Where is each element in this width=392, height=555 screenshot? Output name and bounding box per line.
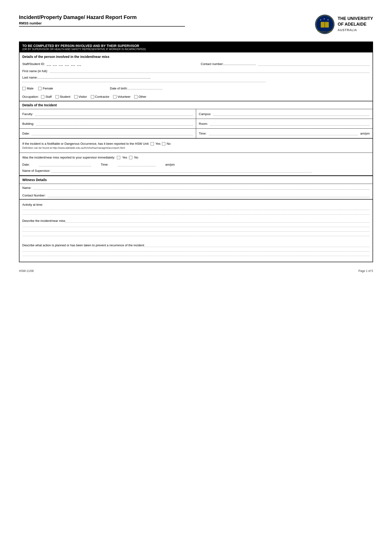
female-checkbox-item: Female bbox=[38, 87, 53, 90]
building-room-row: Building: Room: bbox=[20, 119, 372, 129]
dob-label: Date of birth:……………………………. bbox=[110, 87, 163, 90]
first-name-row: First name (in full): bbox=[20, 68, 372, 74]
activity-line2 bbox=[22, 214, 370, 214]
uni-country: AUSTRALIA bbox=[338, 28, 357, 32]
describe-label: Describe the incident/near miss bbox=[22, 219, 65, 223]
female-label: Female bbox=[43, 87, 53, 90]
describe-dots bbox=[65, 219, 370, 223]
visitor-checkbox[interactable] bbox=[74, 95, 78, 98]
staff-id-value: __ __ __ __ __ __ bbox=[47, 62, 82, 66]
witness-name-value bbox=[33, 186, 370, 190]
sup-time-label: Time: bbox=[101, 163, 108, 166]
building-label: Building: bbox=[22, 122, 34, 125]
male-checkbox[interactable] bbox=[22, 87, 26, 90]
last-name-label: Last name:..............................… bbox=[22, 76, 150, 79]
footer-left: HSW-11/08 bbox=[19, 269, 34, 273]
form-title: Incident/Property Damage/ Hazard Report … bbox=[19, 14, 185, 20]
hsw-yes-label: Yes bbox=[155, 142, 160, 146]
sup-yes-checkbox[interactable] bbox=[117, 156, 120, 159]
witness-contact-label: Contact Number: bbox=[22, 194, 46, 197]
hsw-yes-checkbox[interactable] bbox=[150, 142, 154, 146]
svg-text:★: ★ bbox=[323, 18, 325, 20]
describe-line3 bbox=[22, 231, 370, 232]
sup-no-checkbox[interactable] bbox=[129, 156, 132, 159]
staff-id-field: Staff/Student ID: __ __ __ __ __ __ bbox=[22, 62, 191, 66]
activity-section: Activity at time: Describe the incident/… bbox=[20, 199, 372, 262]
occ-other-label: Other bbox=[138, 95, 146, 98]
date-time-row: Date: Time: am/pm bbox=[20, 129, 372, 138]
female-checkbox[interactable] bbox=[38, 87, 42, 90]
banner-header: TO BE COMPLETED BY PERSON INVOLVED AND B… bbox=[20, 42, 372, 52]
witness-section: Witness Details Name: Contact Number: bbox=[20, 175, 372, 199]
sup-yes-label: Yes bbox=[122, 156, 127, 159]
describe-line4 bbox=[22, 236, 370, 236]
header-right: ★ ★ ★ SUB CRUCE LUMEN THE UNIVERSITY OF … bbox=[315, 14, 373, 34]
time-cell: Time: am/pm bbox=[196, 129, 373, 138]
campus-label: Campus: bbox=[199, 112, 211, 116]
activity-line1 bbox=[22, 210, 370, 210]
faculty-cell: Faculty: bbox=[20, 109, 196, 119]
room-label: Room: bbox=[199, 122, 208, 125]
last-name-row: Last name:..............................… bbox=[20, 74, 372, 84]
faculty-label: Faculty: bbox=[22, 112, 33, 116]
incident-section: Details of the Incident Faculty: Campus:… bbox=[20, 101, 372, 138]
date-label: Date: bbox=[22, 132, 30, 135]
witness-contact-row: Contact Number: bbox=[20, 191, 372, 199]
page-footer: HSW-11/08 Page 1 of 5 bbox=[19, 269, 373, 273]
occ-volunteer-label: Volunteer bbox=[117, 95, 130, 98]
person-details-heading: Details of the person involved in the in… bbox=[20, 52, 372, 60]
university-logo: ★ ★ ★ SUB CRUCE LUMEN bbox=[315, 14, 335, 34]
occ-contractor-label: Contractor bbox=[95, 95, 110, 98]
staff-checkbox[interactable] bbox=[41, 95, 44, 98]
occ-visitor-item: Visitor bbox=[74, 95, 87, 98]
describe-line2 bbox=[22, 227, 370, 227]
footer-right: Page 1 of 5 bbox=[359, 269, 373, 273]
sup-name-row: Name of Supervisor: bbox=[22, 167, 370, 174]
supervisor-section: Was the incident/near miss reported to y… bbox=[20, 153, 372, 175]
uni-name-line1: THE UNIVERSITY bbox=[338, 16, 373, 21]
occ-staff-item: Staff bbox=[41, 95, 52, 98]
time-value bbox=[209, 131, 358, 135]
activity-at-time-label: Activity at time: bbox=[22, 203, 370, 206]
occ-contractor-item: Contractor bbox=[91, 95, 110, 98]
room-cell: Room: bbox=[196, 119, 373, 128]
building-cell: Building: bbox=[20, 119, 196, 128]
action-line3 bbox=[22, 256, 370, 256]
occ-volunteer-item: Volunteer bbox=[113, 95, 130, 98]
reported-row: Was the incident/near miss reported to y… bbox=[22, 156, 370, 159]
notification-definition: Definition can be found at http://www.ad… bbox=[22, 146, 370, 149]
building-value bbox=[36, 122, 193, 125]
sup-date-value bbox=[39, 162, 91, 166]
describe-incident-row: Describe the incident/near miss bbox=[22, 219, 370, 223]
male-checkbox-item: Male bbox=[22, 87, 33, 90]
student-checkbox[interactable] bbox=[56, 95, 59, 98]
time-label: Time: bbox=[199, 132, 207, 135]
faculty-campus-row: Faculty: Campus: bbox=[20, 109, 372, 119]
male-label: Male bbox=[27, 87, 33, 90]
faculty-value bbox=[35, 112, 193, 116]
reported-text: Was the incident/near miss reported to y… bbox=[22, 156, 115, 159]
action-dots bbox=[144, 243, 370, 247]
svg-text:★: ★ bbox=[327, 19, 329, 21]
staff-id-label: Staff/Student ID: bbox=[22, 62, 45, 66]
hsw-no-label: No bbox=[167, 142, 171, 146]
campus-value bbox=[213, 112, 370, 116]
first-name-label: First name (in full): bbox=[22, 69, 48, 73]
svg-text:★: ★ bbox=[320, 19, 321, 21]
university-name-block: THE UNIVERSITY OF ADELAIDE AUSTRALIA bbox=[338, 16, 373, 32]
first-name-dotted bbox=[50, 69, 370, 73]
volunteer-checkbox[interactable] bbox=[113, 95, 116, 98]
witness-name-label: Name: bbox=[22, 186, 31, 190]
contractor-checkbox[interactable] bbox=[91, 95, 94, 98]
occ-student-label: Student bbox=[60, 95, 71, 98]
contact-label: Contact number:.........................… bbox=[201, 62, 256, 66]
notification-line1: If the incident is a Notifiable or Dange… bbox=[22, 142, 370, 146]
incident-section-title: Details of the Incident bbox=[20, 101, 372, 109]
svg-text:SUB CRUCE LUMEN: SUB CRUCE LUMEN bbox=[317, 31, 332, 32]
sup-date-time-row: Date: Time: am/pm bbox=[22, 161, 370, 167]
notification-text: If the incident is a Notifiable or Dange… bbox=[22, 142, 149, 146]
hsw-no-checkbox[interactable] bbox=[162, 142, 165, 146]
other-checkbox[interactable] bbox=[134, 95, 137, 98]
rmss-label: RMSS number bbox=[19, 21, 185, 27]
occ-other-item: Other bbox=[134, 95, 146, 98]
